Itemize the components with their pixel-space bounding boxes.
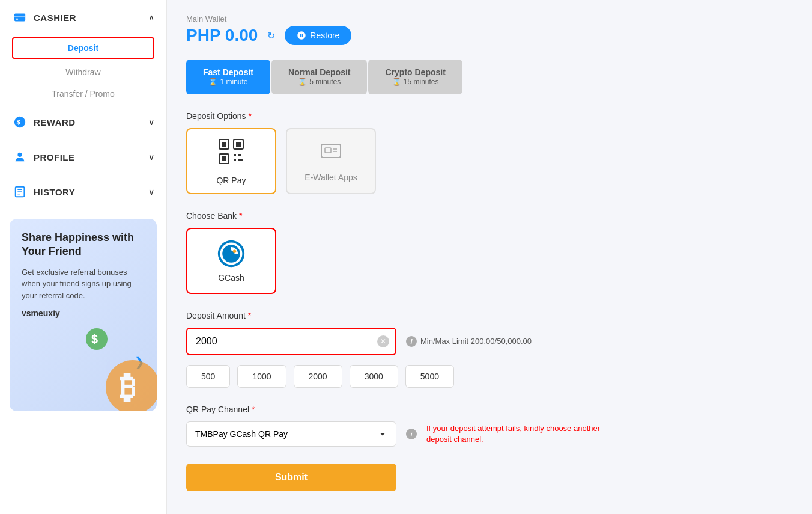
quick-amount-3000[interactable]: 3000: [350, 365, 398, 388]
history-header-left: HISTORY: [12, 184, 75, 200]
svg-text:₿: ₿: [120, 370, 135, 405]
tab-fast-sub: ⌛ 1 minute: [203, 78, 253, 87]
channel-info-icon: i: [406, 429, 417, 439]
wallet-balance-row: PHP 0.00 ↻ Restore: [186, 26, 793, 45]
channel-select[interactable]: TMBPay GCash QR Pay: [186, 421, 396, 447]
promo-desc: Get exclusive referral bonuses when your…: [22, 266, 145, 302]
cashier-chevron-icon: ∧: [148, 13, 154, 22]
svg-text:$: $: [17, 118, 21, 126]
restore-button[interactable]: Restore: [285, 26, 351, 45]
profile-label: PROFILE: [34, 152, 75, 162]
svg-text:$: $: [91, 332, 98, 346]
reward-section-header[interactable]: $ REWARD ∨: [0, 105, 166, 139]
dollar-decoration-icon: $: [85, 327, 109, 351]
cashier-icon: [12, 10, 28, 25]
reward-label: REWARD: [34, 117, 76, 127]
choose-bank-label: Choose Bank *: [186, 211, 793, 221]
bank-options: GCash: [186, 228, 793, 294]
profile-section-header[interactable]: PROFILE ∨: [0, 139, 166, 174]
deposit-options-required: *: [249, 111, 252, 121]
svg-rect-23: [238, 159, 243, 161]
bitcoin-decoration-icon: ₿: [103, 357, 157, 411]
cashier-label: CASHIER: [34, 13, 76, 23]
option-qr-pay[interactable]: QR Pay: [186, 128, 276, 194]
history-label: HISTORY: [34, 187, 75, 197]
sidebar-item-deposit[interactable]: Deposit: [12, 37, 154, 59]
deposit-amount-label: Deposit Amount *: [186, 311, 793, 320]
tab-crypto-deposit[interactable]: Crypto Deposit ⌛ 15 minutes: [368, 60, 462, 94]
svg-rect-2: [16, 19, 19, 20]
qr-pay-label: QR Pay: [216, 176, 246, 185]
ewallet-label: E-Wallet Apps: [304, 173, 357, 182]
qr-pay-channel-required: *: [252, 405, 255, 414]
quick-amount-1000[interactable]: 1000: [237, 365, 286, 388]
amount-input-wrapper: ✕: [186, 328, 396, 355]
channel-warning: If your deposit attempt fails, kindly ch…: [426, 423, 607, 445]
restore-icon: [297, 31, 306, 40]
info-icon: i: [406, 336, 417, 347]
promo-title: Share Happiness with Your Friend: [22, 231, 145, 259]
profile-chevron-icon: ∨: [148, 152, 154, 162]
deposit-options: QR Pay E-Wallet Apps: [186, 128, 793, 194]
profile-icon: [12, 149, 28, 165]
history-icon: [12, 184, 28, 200]
quick-amounts: 500 1000 2000 3000 5000: [186, 365, 793, 388]
sidebar-item-transfer-promo[interactable]: Transfer / Promo: [0, 83, 166, 105]
profile-header-left: PROFILE: [12, 149, 75, 165]
quick-amount-5000[interactable]: 5000: [405, 365, 454, 388]
svg-rect-20: [234, 154, 236, 156]
svg-rect-1: [14, 16, 25, 17]
promo-card: Share Happiness with Your Friend Get exc…: [10, 219, 157, 411]
wallet-balance: PHP 0.00: [186, 26, 258, 45]
channel-row: TMBPay GCash QR Pay i If your deposit at…: [186, 421, 793, 447]
sidebar: CASHIER ∧ Deposit Withdraw Transfer / Pr…: [0, 0, 167, 514]
svg-point-5: [17, 153, 22, 157]
tab-crypto-sub: ⌛ 15 minutes: [385, 78, 445, 87]
deposit-amount-required: *: [248, 311, 251, 320]
promo-code: vsmeuxiy: [22, 308, 145, 318]
gcash-logo-icon: [217, 239, 246, 268]
quick-amount-500[interactable]: 500: [186, 365, 230, 388]
gcash-label: GCash: [218, 273, 244, 283]
amount-input-row: ✕ i Min/Max Limit 200.00/50,000.00: [186, 328, 793, 355]
qr-pay-channel-label: QR Pay Channel *: [186, 405, 793, 414]
option-ewallet[interactable]: E-Wallet Apps: [286, 128, 376, 194]
svg-rect-24: [238, 154, 241, 156]
reward-header-left: $ REWARD: [12, 114, 76, 130]
cashier-header-left: CASHIER: [12, 10, 76, 25]
choose-bank-required: *: [239, 211, 242, 221]
svg-rect-19: [222, 156, 226, 161]
wallet-label: Main Wallet: [186, 14, 793, 23]
tab-normal-deposit[interactable]: Normal Deposit ⌛ 5 minutes: [271, 60, 367, 94]
tab-normal-sub: ⌛ 5 minutes: [288, 78, 350, 87]
deposit-options-label: Deposit Options *: [186, 111, 793, 121]
history-section-header[interactable]: HISTORY ∨: [0, 174, 166, 209]
cashier-section-header[interactable]: CASHIER ∧: [0, 0, 166, 35]
qr-pay-icon: [217, 137, 246, 171]
svg-rect-22: [234, 159, 236, 161]
tab-fast-label: Fast Deposit: [203, 67, 253, 78]
main-content: Main Wallet PHP 0.00 ↻ Restore Fast Depo…: [167, 0, 812, 514]
tab-fast-deposit[interactable]: Fast Deposit ⌛ 1 minute: [186, 60, 270, 94]
deposit-amount-input[interactable]: [186, 328, 396, 355]
svg-rect-17: [236, 142, 241, 147]
ewallet-icon: [319, 139, 343, 168]
bank-gcash[interactable]: GCash: [186, 228, 276, 294]
refresh-button[interactable]: ↻: [267, 30, 275, 41]
limit-info-text: Min/Max Limit 200.00/50,000.00: [420, 337, 532, 346]
deposit-tabs: Fast Deposit ⌛ 1 minute Normal Deposit ⌛…: [186, 60, 793, 94]
reward-chevron-icon: ∨: [148, 117, 154, 127]
submit-button[interactable]: Submit: [186, 464, 396, 491]
clear-amount-button[interactable]: ✕: [377, 335, 389, 347]
reward-icon: $: [12, 114, 28, 130]
svg-point-33: [233, 249, 237, 253]
svg-rect-15: [222, 142, 226, 147]
tab-normal-label: Normal Deposit: [288, 67, 350, 78]
tab-crypto-label: Crypto Deposit: [385, 67, 445, 78]
quick-amount-2000[interactable]: 2000: [294, 365, 342, 388]
sidebar-item-withdraw[interactable]: Withdraw: [0, 61, 166, 83]
limit-info: i Min/Max Limit 200.00/50,000.00: [406, 336, 532, 347]
history-chevron-icon: ∨: [148, 187, 154, 197]
